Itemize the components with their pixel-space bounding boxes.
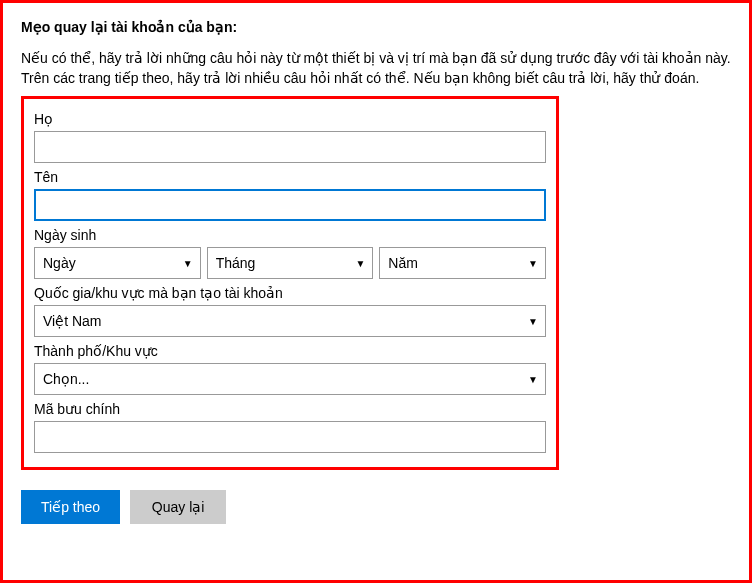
form-container: Họ Tên Ngày sinh Ngày Tháng Năm Quốc gi (21, 96, 559, 470)
back-button[interactable]: Quay lại (130, 490, 226, 524)
last-name-label: Họ (34, 111, 546, 127)
month-select[interactable]: Tháng (207, 247, 374, 279)
day-select[interactable]: Ngày (34, 247, 201, 279)
page-description: Nếu có thể, hãy trả lời những câu hỏi nà… (21, 49, 731, 88)
year-select[interactable]: Năm (379, 247, 546, 279)
city-label: Thành phố/Khu vực (34, 343, 546, 359)
next-button[interactable]: Tiếp theo (21, 490, 120, 524)
first-name-input[interactable] (34, 189, 546, 221)
first-name-label: Tên (34, 169, 546, 185)
country-label: Quốc gia/khu vực mà bạn tạo tài khoản (34, 285, 546, 301)
country-select[interactable]: Việt Nam (34, 305, 546, 337)
last-name-input[interactable] (34, 131, 546, 163)
postal-input[interactable] (34, 421, 546, 453)
birthdate-label: Ngày sinh (34, 227, 546, 243)
postal-label: Mã bưu chính (34, 401, 546, 417)
city-select[interactable]: Chọn... (34, 363, 546, 395)
page-title: Mẹo quay lại tài khoản của bạn: (21, 19, 731, 35)
